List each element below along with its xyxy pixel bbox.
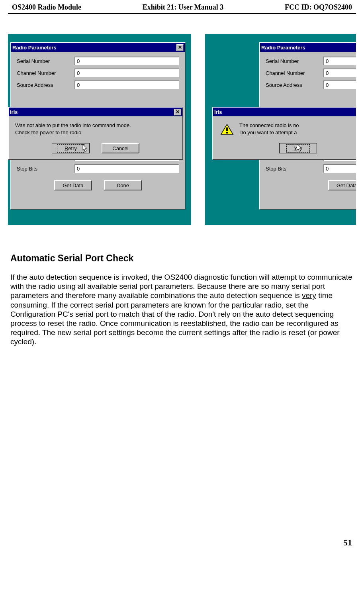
radio-parameters-window: Radio Parameters ✕ Serial Number 0 Chann…	[10, 42, 186, 210]
paragraph-part-1: If the auto detection sequence is invoke…	[10, 273, 352, 300]
label-serial-number: Serial Number	[266, 58, 323, 64]
dialog-message-line2: Do you want to attempt a	[239, 129, 356, 136]
iris-dialog: Iris ✕ Was not able to put the radio int…	[8, 107, 183, 160]
get-data-button[interactable]: Get Data	[54, 180, 92, 190]
header-right: FCC ID: OQ7OS2400	[285, 3, 352, 12]
input-stop-bits[interactable]: 0	[323, 164, 356, 173]
close-icon[interactable]: ✕	[176, 44, 184, 51]
label-source-address: Source Address	[266, 82, 323, 88]
dialog-titlebar[interactable]: Iris ✕	[9, 108, 182, 116]
yes-button[interactable]: Yes	[279, 143, 317, 153]
done-button[interactable]: Done	[104, 180, 142, 190]
field-stop-bits: Stop Bits 0	[17, 164, 179, 173]
warning-icon	[220, 124, 234, 135]
header-center: Exhibit 21: User Manual 3	[143, 3, 224, 12]
section-paragraph: If the auto detection sequence is invoke…	[8, 272, 356, 346]
field-stop-bits: Stop Bits 0	[266, 164, 356, 173]
section-title: Automatic Serial Port Check	[8, 253, 356, 264]
window-title: Radio Parameters	[12, 45, 57, 51]
input-channel-number[interactable]: 0	[323, 69, 356, 77]
label-source-address: Source Address	[17, 82, 74, 88]
field-source-address: Source Address 0	[266, 80, 356, 89]
screenshot-right: Radio Parameters Serial Number 0 Channel…	[205, 34, 356, 225]
dialog-message-line1: The connected radio is no	[239, 122, 356, 129]
window-titlebar[interactable]: Radio Parameters ✕	[11, 43, 185, 52]
get-data-button[interactable]: Get Data	[328, 180, 356, 190]
label-channel-number: Channel Number	[266, 70, 323, 76]
input-serial-number[interactable]: 0	[74, 57, 179, 65]
screenshots-area: Radio Parameters ✕ Serial Number 0 Chann…	[8, 34, 356, 225]
window-titlebar[interactable]: Radio Parameters	[260, 43, 356, 52]
input-stop-bits[interactable]: 0	[74, 164, 179, 173]
input-source-address[interactable]: 0	[323, 80, 356, 89]
iris-dialog: Iris The connected radio is no Do you wa…	[212, 107, 356, 160]
svg-rect-0	[226, 127, 228, 131]
field-serial-number: Serial Number 0	[266, 57, 356, 65]
label-channel-number: Channel Number	[17, 70, 74, 76]
window-title: Radio Parameters	[261, 45, 305, 51]
page-number: 51	[8, 537, 356, 548]
svg-rect-1	[226, 132, 228, 133]
label-serial-number: Serial Number	[17, 58, 74, 64]
page-header: OS2400 Radio Module Exhibit 21: User Man…	[8, 0, 356, 14]
input-channel-number[interactable]: 0	[74, 69, 179, 77]
dialog-titlebar[interactable]: Iris	[213, 108, 356, 116]
close-icon[interactable]: ✕	[174, 109, 181, 116]
input-source-address[interactable]: 0	[74, 80, 179, 89]
dialog-title: Iris	[214, 109, 222, 115]
retry-button[interactable]: Retry	[52, 143, 90, 153]
label-stop-bits: Stop Bits	[17, 166, 74, 172]
field-serial-number: Serial Number 0	[17, 57, 179, 65]
dialog-message-line2: Check the power to the radio	[15, 129, 176, 136]
dialog-message-line1: Was not able to put the radio into comma…	[15, 122, 176, 129]
dialog-title: Iris	[10, 109, 18, 115]
cancel-button[interactable]: Cancel	[102, 143, 139, 153]
field-channel-number: Channel Number 0	[266, 69, 356, 77]
label-stop-bits: Stop Bits	[266, 166, 323, 172]
field-channel-number: Channel Number 0	[17, 69, 179, 77]
radio-parameters-window: Radio Parameters Serial Number 0 Channel…	[259, 42, 356, 210]
field-source-address: Source Address 0	[17, 80, 179, 89]
input-serial-number[interactable]: 0	[323, 57, 356, 65]
paragraph-underline-very: very	[302, 291, 316, 300]
header-left: OS2400 Radio Module	[12, 3, 81, 12]
screenshot-left: Radio Parameters ✕ Serial Number 0 Chann…	[8, 34, 191, 225]
